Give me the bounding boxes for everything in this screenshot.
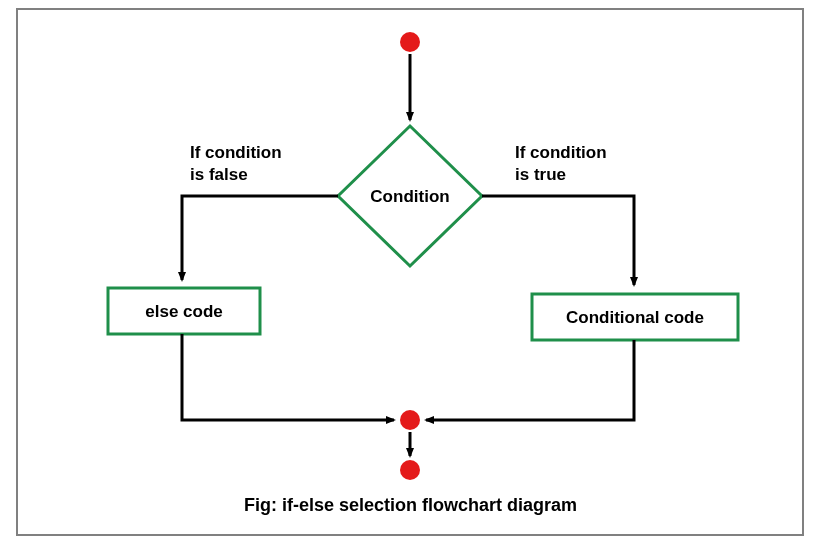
arrow-conditional-to-merge	[426, 340, 634, 420]
arrow-true-branch	[482, 196, 634, 285]
arrow-false-branch	[182, 196, 338, 280]
end-terminal	[400, 460, 420, 480]
flowchart-svg	[0, 0, 821, 546]
false-branch-label: If condition is false	[190, 142, 282, 186]
false-line1: If condition	[190, 142, 282, 164]
else-box-label: else code	[108, 302, 260, 322]
condition-label: Condition	[370, 186, 450, 208]
conditional-box-label: Conditional code	[532, 308, 738, 328]
caption: Fig: if-else selection flowchart diagram	[0, 495, 821, 516]
merge-connector	[400, 410, 420, 430]
true-line1: If condition	[515, 142, 607, 164]
true-branch-label: If condition is true	[515, 142, 607, 186]
diagram-canvas: Condition If condition is false If condi…	[0, 0, 821, 546]
true-line2: is true	[515, 164, 607, 186]
arrow-else-to-merge	[182, 334, 394, 420]
false-line2: is false	[190, 164, 282, 186]
start-terminal	[400, 32, 420, 52]
